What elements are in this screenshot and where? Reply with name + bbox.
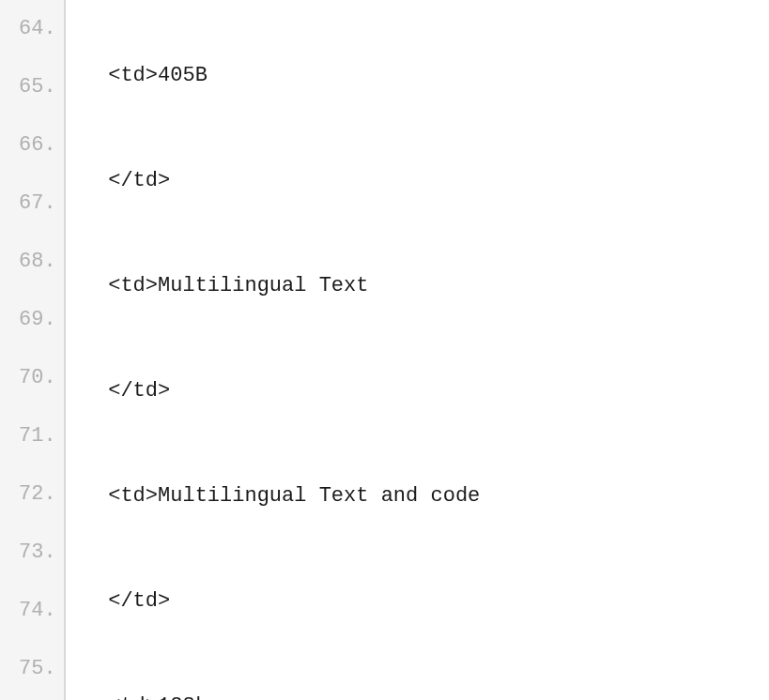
code-line: <td>Multilingual Text xyxy=(71,257,769,315)
code-line: <td>Multilingual Text and code xyxy=(71,467,769,525)
code-line: </td> xyxy=(71,362,769,420)
line-number: 75 xyxy=(19,640,56,698)
code-line: <td>128k xyxy=(71,677,769,700)
code-content[interactable]: <td>405B </td> <td>Multilingual Text </t… xyxy=(66,0,769,700)
line-number-gutter: 64 65 66 67 68 69 70 71 72 73 74 75 xyxy=(0,0,66,700)
code-editor: 64 65 66 67 68 69 70 71 72 73 74 75 <td>… xyxy=(0,0,769,700)
line-number: 74 xyxy=(19,582,56,640)
code-line: </td> xyxy=(71,152,769,210)
line-number: 72 xyxy=(19,465,56,524)
code-line: <td>405B xyxy=(71,47,769,105)
line-number: 69 xyxy=(19,291,56,349)
line-number: 65 xyxy=(19,58,56,116)
line-number: 73 xyxy=(19,524,56,582)
line-number: 67 xyxy=(19,175,56,233)
code-line: </td> xyxy=(71,572,769,631)
line-number: 71 xyxy=(19,407,56,465)
line-number: 66 xyxy=(19,116,56,175)
line-number: 68 xyxy=(19,233,56,291)
line-number: 64 xyxy=(19,0,56,58)
line-number: 70 xyxy=(19,349,56,407)
